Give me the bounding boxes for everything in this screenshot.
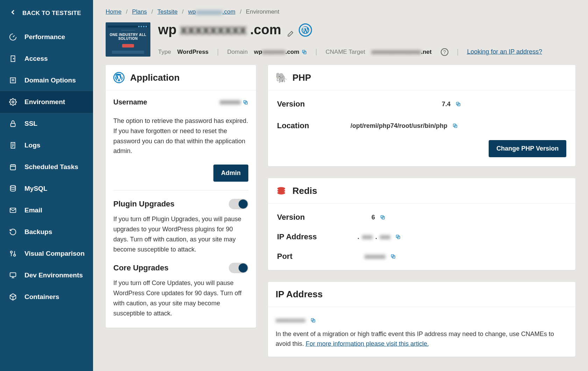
copy-icon[interactable] xyxy=(302,49,307,55)
package-icon xyxy=(9,293,17,301)
redis-version-label: Version xyxy=(277,213,336,222)
svg-point-17 xyxy=(10,251,13,253)
sidebar-item-label: Domain Options xyxy=(24,77,76,84)
ip-address-card: IP Address xxxxxxxxx In the event of a m… xyxy=(268,282,575,357)
site-thumbnail: ──────── ONE INDUSTRY ALL SOLUTION xyxy=(106,22,150,57)
wordpress-icon xyxy=(299,23,312,37)
php-card: 🐘 PHP Version 7.4 Location /opt/remi/php… xyxy=(268,65,575,166)
ip-address-description: In the event of a migration or high traf… xyxy=(276,329,568,349)
sidebar-item-label: Containers xyxy=(24,293,59,301)
sidebar-item-label: Environment xyxy=(24,98,65,106)
sidebar-item-mysql[interactable]: MySQL xyxy=(0,178,93,199)
sidebar-item-label: Logs xyxy=(24,141,40,149)
sidebar-item-visual-comparison[interactable]: Visual Comparison xyxy=(0,243,93,264)
svg-point-5 xyxy=(12,101,14,103)
username-label: Username xyxy=(113,98,147,106)
sidebar-item-dev-environments[interactable]: Dev Environments xyxy=(0,264,93,286)
sidebar-item-label: Email xyxy=(24,206,42,214)
sidebar: BACK TO TESTSITE Performance Access Doma… xyxy=(0,0,93,371)
sidebar-item-backups[interactable]: Backups xyxy=(0,221,93,243)
document-icon xyxy=(9,141,17,149)
back-to-site-link[interactable]: BACK TO TESTSITE xyxy=(0,0,93,26)
elephant-icon: 🐘 xyxy=(276,72,287,83)
core-upgrades-toggle[interactable] xyxy=(229,263,248,273)
edit-icon[interactable] xyxy=(286,26,294,34)
copy-icon[interactable] xyxy=(455,101,461,107)
type-value: WordPress xyxy=(177,49,208,56)
php-version-label: Version xyxy=(277,100,336,109)
ip-lookup-link[interactable]: Looking for an IP address? xyxy=(467,48,542,56)
sidebar-item-label: Performance xyxy=(24,33,65,41)
password-notice: The option to retrieve the password has … xyxy=(113,116,248,156)
admin-button[interactable]: Admin xyxy=(213,165,248,182)
core-upgrades-label: Core Upgrades xyxy=(113,263,169,272)
domain-label: Domain xyxy=(227,49,248,56)
sidebar-item-containers[interactable]: Containers xyxy=(0,286,93,308)
svg-point-15 xyxy=(10,186,16,188)
sidebar-item-scheduled-tasks[interactable]: Scheduled Tasks xyxy=(0,156,93,178)
sidebar-item-domain-options[interactable]: Domain Options xyxy=(0,70,93,91)
page-title: wpxxxxxxxxx.com xyxy=(158,22,575,37)
sidebar-nav: Performance Access Domain Options Enviro… xyxy=(0,26,93,308)
help-icon[interactable]: ? xyxy=(441,48,448,56)
sidebar-item-label: MySQL xyxy=(24,185,47,192)
compare-icon xyxy=(9,250,17,257)
redis-port-value: xxxxxx xyxy=(336,253,566,260)
svg-rect-6 xyxy=(11,123,15,126)
redis-ip-label: IP Address xyxy=(277,232,336,241)
ip-address-title: IP Address xyxy=(276,289,323,300)
plugin-upgrades-description: If you turn off Plugin Upgrades, you wil… xyxy=(113,214,248,254)
main-content: Home / Plans / Testsite / wpxxxxxxxxx.co… xyxy=(93,0,588,371)
copy-icon[interactable] xyxy=(380,214,385,220)
php-title: PHP xyxy=(292,72,311,83)
gear-icon xyxy=(9,98,17,106)
change-php-version-button[interactable]: Change PHP Version xyxy=(489,140,566,157)
ip-address-value: xxxxxxxxx xyxy=(276,317,316,324)
sidebar-item-label: Visual Comparison xyxy=(24,250,85,257)
application-title: Application xyxy=(130,72,180,83)
sidebar-item-ssl[interactable]: SSL xyxy=(0,113,93,134)
breadcrumb-current: Environment xyxy=(246,8,279,15)
mail-icon xyxy=(9,206,17,214)
plugin-upgrades-toggle[interactable] xyxy=(229,199,248,209)
copy-icon[interactable] xyxy=(395,234,401,240)
lock-icon xyxy=(9,120,17,128)
database-icon xyxy=(9,185,17,192)
svg-point-36 xyxy=(277,191,285,195)
redis-icon xyxy=(276,185,287,196)
copy-icon[interactable] xyxy=(310,318,316,323)
type-label: Type xyxy=(158,49,171,56)
sidebar-item-label: Dev Environments xyxy=(24,271,83,279)
application-card: Application Username xxxxxx The option t… xyxy=(106,65,256,328)
breadcrumb-plans[interactable]: Plans xyxy=(132,8,147,15)
copy-icon[interactable] xyxy=(243,100,248,105)
breadcrumb: Home / Plans / Testsite / wpxxxxxxxxx.co… xyxy=(106,8,575,15)
list-icon xyxy=(9,77,17,84)
breadcrumb-separator: / xyxy=(240,8,242,15)
sidebar-item-performance[interactable]: Performance xyxy=(0,26,93,48)
monitor-icon xyxy=(9,271,17,279)
sidebar-item-email[interactable]: Email xyxy=(0,199,93,221)
username-value: xxxxxx xyxy=(220,99,248,106)
breadcrumb-testsite[interactable]: Testsite xyxy=(157,8,178,15)
redis-version-value: 6 xyxy=(336,214,566,221)
core-upgrades-description: If you turn off Core Updates, you will p… xyxy=(113,278,248,318)
breadcrumb-domain[interactable]: wpxxxxxxxxx.com xyxy=(188,8,235,15)
copy-icon[interactable] xyxy=(390,254,396,259)
redis-port-label: Port xyxy=(277,252,336,261)
copy-icon[interactable] xyxy=(452,123,458,129)
sidebar-item-access[interactable]: Access xyxy=(0,48,93,70)
sidebar-item-label: Scheduled Tasks xyxy=(24,163,78,171)
sidebar-item-label: Access xyxy=(24,55,48,63)
chevron-left-icon xyxy=(9,8,17,18)
redis-ip-value: .xxx.xxx xyxy=(336,233,566,241)
ip-info-link[interactable]: For more information please visit this a… xyxy=(306,340,429,347)
svg-point-1 xyxy=(13,58,14,59)
cname-label: CNAME Target xyxy=(326,49,365,56)
cname-value: xxxxxxxxxxxxxxx.net xyxy=(371,49,432,56)
calendar-icon xyxy=(9,163,17,171)
sidebar-item-environment[interactable]: Environment xyxy=(0,91,93,113)
sidebar-item-logs[interactable]: Logs xyxy=(0,134,93,156)
breadcrumb-home[interactable]: Home xyxy=(106,8,121,15)
site-meta: Type WordPress | Domain wpxxxxxxx.com | … xyxy=(158,48,575,56)
